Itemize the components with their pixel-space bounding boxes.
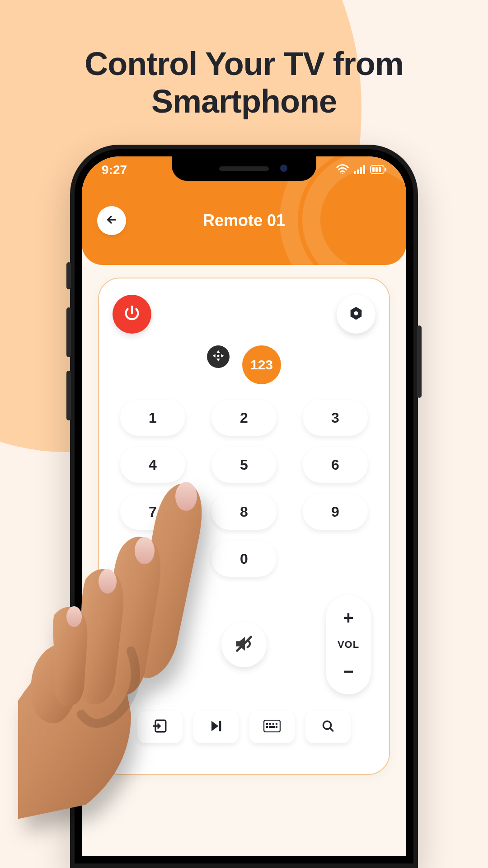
mute-icon (234, 633, 254, 656)
svg-rect-25 (276, 723, 277, 725)
status-time: 9:27 (102, 163, 127, 177)
play-next-button[interactable] (193, 711, 239, 743)
key-5[interactable]: 5 (211, 447, 277, 483)
key-label: 0 (240, 551, 248, 567)
key-label: 7 (149, 504, 157, 520)
svg-line-30 (330, 728, 333, 731)
dpad-icon (211, 349, 225, 364)
search-icon (321, 719, 335, 735)
svg-marker-15 (213, 354, 216, 358)
svg-rect-8 (375, 167, 378, 172)
phone-side-button (417, 326, 422, 398)
numpad-mode-label: 123 (250, 357, 273, 373)
key-2[interactable]: 2 (211, 400, 277, 436)
svg-rect-22 (266, 723, 268, 725)
svg-rect-28 (269, 726, 275, 728)
skip-next-icon (208, 718, 224, 736)
svg-rect-1 (354, 171, 356, 174)
mute-button[interactable] (221, 622, 267, 667)
key-label: 4 (149, 457, 157, 473)
svg-rect-23 (269, 723, 271, 725)
power-icon (123, 304, 141, 324)
svg-rect-24 (272, 723, 274, 725)
promo-headline: Control Your TV from Smartphone (0, 0, 488, 120)
volume-rocker[interactable]: + VOL − (326, 595, 371, 694)
svg-rect-20 (219, 721, 221, 731)
key-label: 8 (240, 504, 248, 520)
svg-rect-9 (379, 167, 381, 172)
phone-notch (172, 156, 316, 181)
volume-label: VOL (338, 639, 359, 651)
key-1[interactable]: 1 (120, 400, 185, 436)
svg-rect-26 (266, 726, 268, 728)
key-label: 9 (331, 504, 339, 520)
key-0[interactable]: 0 (211, 541, 277, 577)
settings-button[interactable] (337, 295, 375, 334)
svg-marker-19 (211, 721, 219, 731)
phone-side-button (66, 262, 71, 289)
input-source-button[interactable] (137, 711, 183, 743)
svg-rect-4 (363, 165, 365, 174)
phone-screen: 9:27 (82, 156, 406, 856)
dpad-mode-button[interactable] (207, 345, 230, 368)
svg-point-11 (354, 311, 358, 315)
cellular-icon (354, 163, 366, 177)
power-button[interactable] (113, 295, 151, 334)
wifi-icon (336, 163, 349, 177)
phone-mockup: 9:27 (70, 145, 418, 868)
svg-rect-27 (276, 726, 277, 728)
svg-marker-16 (221, 354, 224, 358)
key-label: 5 (240, 457, 248, 473)
key-label: 3 (331, 410, 339, 426)
svg-marker-13 (216, 350, 220, 353)
key-8[interactable]: 8 (211, 494, 277, 530)
svg-point-12 (217, 355, 220, 357)
key-label: 6 (331, 457, 339, 473)
svg-point-0 (342, 173, 343, 174)
key-3[interactable]: 3 (303, 400, 368, 436)
remote-panel: 123 1 2 3 4 5 6 7 8 9 0 + CH − (98, 278, 390, 775)
key-4[interactable]: 4 (120, 447, 185, 483)
svg-rect-7 (372, 167, 375, 172)
keyboard-button[interactable] (249, 711, 295, 743)
battery-icon (370, 163, 386, 177)
key-7[interactable]: 7 (120, 494, 185, 530)
key-6[interactable]: 6 (303, 447, 368, 483)
search-button[interactable] (305, 711, 351, 743)
volume-down[interactable]: − (343, 661, 353, 682)
volume-up[interactable]: + (343, 608, 353, 628)
key-label: 1 (149, 410, 157, 426)
keyboard-icon (263, 720, 281, 734)
svg-rect-3 (360, 167, 362, 174)
page-title: Remote 01 (97, 211, 391, 230)
key-9[interactable]: 9 (303, 494, 368, 530)
number-keypad: 1 2 3 4 5 6 7 8 9 0 (113, 400, 375, 577)
input-icon (152, 718, 168, 736)
gear-icon (348, 306, 364, 323)
svg-rect-6 (385, 168, 386, 171)
key-label: 2 (240, 410, 248, 426)
svg-marker-14 (216, 359, 220, 361)
numpad-mode-button[interactable]: 123 (242, 345, 281, 384)
phone-side-button (66, 307, 71, 357)
phone-side-button (66, 371, 71, 420)
status-icons (336, 163, 386, 177)
svg-rect-2 (357, 170, 359, 174)
